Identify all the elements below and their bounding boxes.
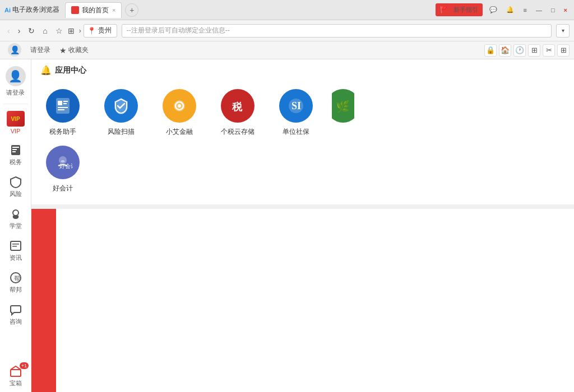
svg-rect-13 <box>63 101 68 102</box>
sidebar-help-label: 帮邦 <box>10 286 22 294</box>
news-tag: 财税学堂 <box>31 209 56 392</box>
sidebar-box-label: 宝箱 <box>10 379 22 388</box>
grid-icon-btn[interactable]: ⊞ <box>528 44 540 57</box>
sidebar-study-label: 学堂 <box>10 222 22 230</box>
study-icon <box>9 207 22 221</box>
favorites-label: 收藏夹 <box>68 45 89 55</box>
tax-helper-icon <box>46 89 80 123</box>
svg-point-19 <box>178 104 181 108</box>
sidebar-item-help[interactable]: 帮 帮邦 <box>0 267 31 298</box>
scissors-icon-btn[interactable]: ✂ <box>543 44 555 57</box>
new-user-btn[interactable]: 🚩 新手指引 <box>436 3 483 16</box>
login-label: 请登录 <box>30 45 50 55</box>
good-accounting-label: 好会计 <box>53 184 73 193</box>
svg-rect-6 <box>12 244 19 245</box>
bell-icon[interactable]: 🔔 <box>504 5 516 15</box>
app-center-title: 应用中心 <box>55 66 86 76</box>
home-btn[interactable]: ⌂ <box>40 25 50 37</box>
sidebar-user[interactable]: 👤 请登录 <box>0 62 31 101</box>
sidebar-divider-1 <box>3 104 28 104</box>
vip-icon: VIP <box>7 111 25 127</box>
sidebar-bottom: 宝箱 +1 <box>0 360 31 392</box>
sidebar-item-study[interactable]: 学堂 <box>0 203 31 235</box>
titlebar: Ai 电子政务浏览器 我的首页 × + 🚩 新手指引 💬 🔔 ≡ — □ × <box>0 0 574 20</box>
app-item-tax-helper[interactable]: 税务助手 <box>40 89 85 137</box>
svg-point-4 <box>13 210 18 216</box>
favorites-btn[interactable]: ★ 收藏夹 <box>56 44 92 56</box>
maximize-btn[interactable]: □ <box>549 6 557 15</box>
address-dropdown-btn[interactable]: ▾ <box>556 24 570 38</box>
new-tab-btn[interactable]: + <box>125 3 138 17</box>
svg-rect-2 <box>12 149 17 150</box>
sidebar-item-tax[interactable]: 税务 <box>0 139 31 171</box>
lock-icon-btn[interactable]: 🔒 <box>484 44 497 57</box>
tab-label: 我的首页 <box>82 6 109 15</box>
xiaoai-finance-icon <box>163 89 196 123</box>
tax-icon <box>9 143 22 157</box>
refresh-btn[interactable]: ↻ <box>25 25 38 37</box>
location-label: 贵州 <box>98 26 112 35</box>
address-bar[interactable]: --注册登录后可自动绑定企业信息-- <box>122 24 552 38</box>
sidebar-item-news[interactable]: 资讯 <box>0 235 31 267</box>
star-btn[interactable]: ☆ <box>53 25 66 37</box>
svg-rect-1 <box>12 147 19 148</box>
minimize-btn[interactable]: — <box>534 6 544 15</box>
back-btn[interactable]: ‹ <box>4 25 13 37</box>
chat-icon[interactable]: 💬 <box>487 5 499 15</box>
favorites-icon: ★ <box>59 46 67 55</box>
new-user-label: 新手指引 <box>451 4 480 15</box>
sidebar-risk-label: 风险 <box>10 190 22 198</box>
address-bar-wrapper: 📍 贵州 --注册登录后可自动绑定企业信息-- ▾ <box>84 24 570 38</box>
svg-rect-15 <box>58 107 68 108</box>
tab-close-btn[interactable]: × <box>112 7 115 13</box>
sidebar-tax-label: 税务 <box>10 158 22 166</box>
toolbar-right: 🔒 🏠 🕐 ⊞ ✂ ⊞ <box>484 44 570 57</box>
sidebar-item-box[interactable]: 宝箱 +1 <box>0 360 31 392</box>
risk-scan-label: 风险扫描 <box>108 127 135 137</box>
news-icon <box>9 239 22 253</box>
consult-icon <box>9 303 22 316</box>
clock-icon-btn[interactable]: 🕐 <box>513 44 526 57</box>
sidebar-vip-label: VIP <box>11 128 21 134</box>
app-item-company-social[interactable]: SI 单位社保 <box>274 89 318 137</box>
sidebar-item-risk[interactable]: 风险 <box>0 171 31 203</box>
forward-btn[interactable]: › <box>15 25 24 37</box>
titlebar-controls: 🚩 新手指引 💬 🔔 ≡ — □ × <box>436 3 570 16</box>
home-icon-btn[interactable]: 🏠 <box>499 44 511 57</box>
svg-text:税: 税 <box>232 101 243 113</box>
risk-scan-icon <box>104 89 138 123</box>
app-item-risk-scan[interactable]: 风险扫描 <box>99 89 144 137</box>
app-center-header: 🔔 应用中心 <box>31 59 574 80</box>
location-select[interactable]: 📍 贵州 <box>84 24 117 38</box>
ai-label: Ai <box>4 7 11 13</box>
nature-icon: 🌿 <box>332 89 354 123</box>
app-item-personal-tax[interactable]: 税 个税云存储 <box>215 89 260 137</box>
user-avatar[interactable]: 👤 <box>4 42 25 59</box>
tab-bar: 我的首页 × + <box>65 2 436 18</box>
sidebar-item-consult[interactable]: 咨询 <box>0 298 31 330</box>
grid-view-btn[interactable]: ⊞ <box>68 26 75 35</box>
svg-rect-7 <box>12 246 17 247</box>
company-social-label: 单位社保 <box>283 127 309 137</box>
menu-icon[interactable]: ≡ <box>521 6 529 15</box>
svg-rect-16 <box>58 109 64 110</box>
sidebar-consult-label: 咨询 <box>10 318 22 326</box>
close-btn[interactable]: × <box>562 6 570 15</box>
xiaoai-finance-label: 小艾金融 <box>166 127 193 137</box>
good-accounting-icon: 好会计 <box>46 146 80 179</box>
app-item-nature[interactable]: 🌿 <box>332 89 354 137</box>
svg-rect-11 <box>56 98 70 114</box>
app-name-label: 电子政务浏览器 <box>12 5 59 15</box>
apps-icon-btn[interactable]: ⊞ <box>557 44 570 57</box>
sidebar-login-text[interactable]: 请登录 <box>6 88 25 97</box>
navbar: ‹ › ↻ ⌂ ☆ ⊞ › 📍 贵州 --注册登录后可自动绑定企业信息-- ▾ <box>0 20 574 41</box>
grid-arrow-btn[interactable]: › <box>79 27 81 35</box>
company-social-icon: SI <box>279 89 313 123</box>
app-item-xiaoai-finance[interactable]: 小艾金融 <box>157 89 202 137</box>
login-btn[interactable]: 请登录 <box>27 44 54 56</box>
sidebar-item-vip[interactable]: VIP VIP <box>0 106 31 139</box>
app-item-good-accounting[interactable]: 好会计 好会计 <box>40 146 85 193</box>
active-tab[interactable]: 我的首页 × <box>65 2 122 18</box>
toolbar: 👤 请登录 ★ 收藏夹 🔒 🏠 🕐 ⊞ ✂ ⊞ <box>0 41 574 59</box>
flag-icon: 🚩 <box>438 5 450 15</box>
